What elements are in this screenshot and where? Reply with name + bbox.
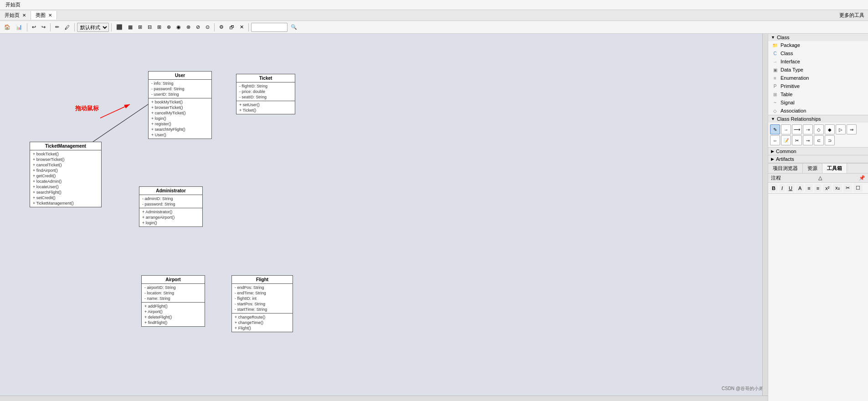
class-administrator[interactable]: Administrator adminID: String password: … <box>139 186 203 227</box>
class-airport[interactable]: Airport airportID: String location: Stri… <box>141 275 205 327</box>
toolbar-btn4[interactable]: ⊟ <box>145 23 154 31</box>
enumeration-label: Enumeration <box>781 75 809 81</box>
tab-start-close[interactable]: ✕ <box>22 13 26 18</box>
method-row: bookTicket() <box>33 151 98 157</box>
toolbar-icon1[interactable]: 🏠 <box>2 23 13 31</box>
notes-subscript[interactable]: x₂ <box>833 184 842 192</box>
scroll-bottom[interactable] <box>0 396 768 401</box>
toolbar-btn8[interactable]: ⊗ <box>184 23 193 31</box>
right-item-enumeration[interactable]: ≡ Enumeration <box>768 74 868 82</box>
toolbar-btn10[interactable]: ⊙ <box>203 23 212 31</box>
class-ticketmanagement[interactable]: TicketManagement bookTicket() browserTic… <box>30 142 102 207</box>
search-icon[interactable]: 🔍 <box>288 23 299 31</box>
method-row: login() <box>142 220 200 226</box>
toolbar-btn3[interactable]: ⊞ <box>136 23 144 31</box>
right-item-signal[interactable]: ~ Signal <box>768 98 868 107</box>
class-flight[interactable]: Flight endPos: String endTime: String fl… <box>231 275 293 332</box>
more-tools-label: 更多的工具 <box>836 12 868 19</box>
notes-font-color[interactable]: A <box>796 184 804 192</box>
rel-tool-14[interactable]: ⊃ <box>825 135 835 145</box>
toolbar-btn2[interactable]: ▦ <box>126 23 135 31</box>
notes-list1[interactable]: ≡ <box>805 184 812 192</box>
attr-row: userID: String <box>151 92 209 97</box>
ticket-attrs: flightID: String price: double seatID: S… <box>236 82 295 101</box>
rel-tool-8[interactable]: ⇒ <box>847 124 857 134</box>
ticket-title: Ticket <box>236 74 295 82</box>
common-section-title[interactable]: ▶ Common <box>768 148 868 155</box>
airport-title: Airport <box>142 276 205 284</box>
toolbar-btn6[interactable]: ⊕ <box>164 23 173 31</box>
scroll-right[interactable] <box>762 34 768 401</box>
toolbar-close[interactable]: ✕ <box>237 23 246 31</box>
rel-tool-4[interactable]: ⇢ <box>803 124 813 134</box>
primitive-icon: P <box>772 83 778 89</box>
rel-tool-3[interactable]: ⟶ <box>792 124 802 134</box>
class-arrow: ▼ <box>771 35 775 40</box>
tab-resources[interactable]: 资源 <box>803 164 822 173</box>
toolbar-window[interactable]: 🗗 <box>227 23 236 31</box>
right-item-primitive[interactable]: P Primitive <box>768 82 868 90</box>
tab-toolbox[interactable]: 工具箱 <box>822 164 847 173</box>
notes-italic[interactable]: I <box>779 184 785 192</box>
artifacts-section-title[interactable]: ▶ Artifacts <box>768 155 868 163</box>
notes-expand[interactable]: △ <box>818 175 822 181</box>
class-section: ▼ Class 📁 Package C Class → Interface ▣ … <box>768 34 868 115</box>
class-user[interactable]: User info: String password: String userI… <box>148 71 212 139</box>
sep2 <box>50 23 51 31</box>
right-item-package[interactable]: 📁 Package <box>768 41 868 49</box>
mode-select[interactable]: 默认样式 简洁样式 详细样式 <box>77 23 109 32</box>
right-item-association[interactable]: ◇ Association <box>768 107 868 115</box>
toolbar-btn7[interactable]: ◉ <box>174 23 183 31</box>
notes-frame[interactable]: ☐ <box>853 184 863 192</box>
relationships-section-title[interactable]: ▼ Class Relationships <box>768 115 868 123</box>
notes-bold[interactable]: B <box>770 184 778 192</box>
toolbar-btn1[interactable]: ⬛ <box>114 23 125 31</box>
toolbar-pencil[interactable]: ✏ <box>53 23 62 31</box>
method-row: deleteFlight() <box>144 314 202 320</box>
toolbar-undo[interactable]: ↩ <box>30 23 38 31</box>
toolbar-btn5[interactable]: ⊞ <box>155 23 164 31</box>
tab-project-browser[interactable]: 项目浏览器 <box>768 164 803 173</box>
method-row: locateAdmin() <box>33 179 98 184</box>
class-ticket[interactable]: Ticket flightID: String price: double se… <box>236 74 295 114</box>
right-item-table[interactable]: ⊞ Table <box>768 90 868 98</box>
toolbar-redo[interactable]: ↪ <box>39 23 48 31</box>
toolbar-format[interactable]: 🖊 <box>62 23 72 31</box>
right-item-class[interactable]: C Class <box>768 49 868 57</box>
method-row: setCredit() <box>33 195 98 200</box>
toolbar-icon2[interactable]: 📊 <box>14 23 25 31</box>
notes-pin[interactable]: 📌 <box>859 175 865 181</box>
notes-underline[interactable]: U <box>786 184 795 192</box>
attr-row: endPos: String <box>235 285 290 290</box>
rel-tool-5[interactable]: ◇ <box>814 124 824 134</box>
notes-cut[interactable]: ✂ <box>843 184 852 192</box>
method-row: browserTicket() <box>151 105 209 110</box>
ticketmanagement-title: TicketManagement <box>30 142 101 150</box>
tab-diagram[interactable]: 类图 ✕ <box>31 11 57 20</box>
rel-tool-11[interactable]: ✂ <box>792 135 802 145</box>
rel-tool-6[interactable]: ◆ <box>825 124 835 134</box>
rel-tool-2[interactable]: → <box>781 124 791 134</box>
toolbar-settings[interactable]: ⚙ <box>217 23 226 31</box>
rel-tool-10[interactable]: 📝 <box>781 135 791 145</box>
tab-diagram-close[interactable]: ✕ <box>48 13 52 18</box>
user-title: User <box>149 72 211 80</box>
menu-start[interactable]: 开始页 <box>2 0 24 9</box>
rel-tool-13[interactable]: ⊂ <box>814 135 824 145</box>
right-item-datatype[interactable]: ▣ Data Type <box>768 66 868 74</box>
rel-tool-9[interactable]: ↔ <box>770 135 780 145</box>
diagram-canvas[interactable]: 拖动鼠标 TicketManagement bookTicket() brows… <box>0 34 768 401</box>
interface-icon: → <box>772 58 778 65</box>
right-item-interface[interactable]: → Interface <box>768 57 868 66</box>
method-row: login() <box>151 116 209 121</box>
common-label: Common <box>776 149 796 154</box>
rel-tool-7[interactable]: ▷ <box>836 124 846 134</box>
toolbar-btn9[interactable]: ⊘ <box>194 23 202 31</box>
search-input[interactable] <box>251 23 288 32</box>
rel-tool-1[interactable]: ✎ <box>770 124 780 134</box>
notes-list2[interactable]: ≡ <box>814 184 822 192</box>
tab-start[interactable]: 开始页 ✕ <box>0 11 31 20</box>
rel-tool-12[interactable]: ⊸ <box>803 135 813 145</box>
notes-superscript[interactable]: x² <box>823 184 832 192</box>
class-section-title[interactable]: ▼ Class <box>768 34 868 41</box>
